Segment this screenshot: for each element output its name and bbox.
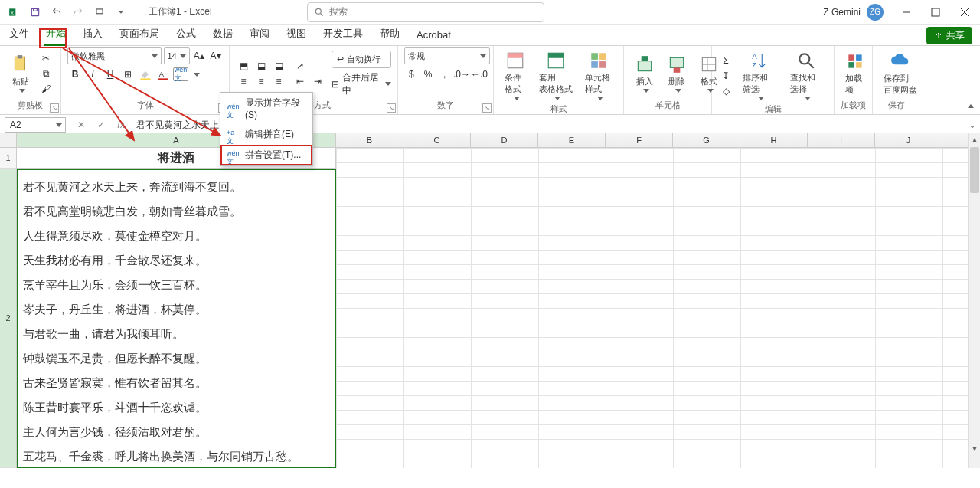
row-header-2[interactable]: 2 bbox=[0, 169, 16, 468]
confirm-formula-icon[interactable]: ✓ bbox=[93, 118, 109, 132]
tab-view[interactable]: 视图 bbox=[285, 24, 308, 45]
comma-format-icon[interactable]: , bbox=[437, 67, 452, 81]
column-header-B[interactable]: B bbox=[336, 133, 403, 147]
decrease-font-icon[interactable]: A▾ bbox=[208, 49, 223, 63]
sort-filter-icon: AZ bbox=[750, 51, 769, 70]
close-icon[interactable] bbox=[954, 2, 975, 23]
format-painter-icon[interactable]: 🖌 bbox=[38, 82, 54, 96]
cells-area[interactable]: 将进酒 君不见黄河之水天上来，奔流到海不复回。 君不见高堂明镜悲白发，朝如青丝暮… bbox=[17, 148, 980, 468]
save-icon[interactable] bbox=[26, 3, 44, 21]
search-box[interactable]: 搜索 bbox=[307, 2, 544, 22]
pinyin-settings[interactable]: wén文 拼音设置(T)... bbox=[220, 145, 312, 165]
row-header-1[interactable]: 1 bbox=[0, 148, 16, 169]
bold-icon[interactable]: B bbox=[67, 67, 83, 81]
share-button[interactable]: 共享 bbox=[926, 27, 972, 44]
addin-button[interactable]: 加载项 bbox=[841, 48, 870, 99]
cell-a2[interactable]: 君不见黄河之水天上来，奔流到海不复回。 君不见高堂明镜悲白发，朝如青丝暮成雪。 … bbox=[17, 169, 336, 468]
scroll-thumb[interactable] bbox=[970, 147, 979, 193]
delete-cells-button[interactable]: 删除 bbox=[662, 51, 691, 96]
number-format-combo[interactable]: 常规 bbox=[404, 47, 490, 64]
undo-icon[interactable] bbox=[47, 3, 66, 21]
fill-color-icon[interactable] bbox=[138, 67, 153, 81]
tab-data[interactable]: 数据 bbox=[211, 24, 234, 45]
font-color-icon[interactable]: A bbox=[155, 67, 171, 81]
name-box[interactable]: A2 bbox=[5, 117, 66, 133]
decrease-indent-icon[interactable]: ⇤ bbox=[292, 74, 308, 88]
pinyin-edit[interactable]: +a文 编辑拼音(E) bbox=[220, 124, 312, 145]
pinyin-show-field[interactable]: wén文 显示拼音字段(S) bbox=[220, 93, 312, 124]
font-size-combo[interactable]: 14 bbox=[164, 47, 190, 64]
copy-icon[interactable]: ⧉ bbox=[38, 67, 54, 80]
fill-icon[interactable]: ↧ bbox=[718, 69, 733, 83]
column-header-F[interactable]: F bbox=[606, 133, 673, 147]
tab-help[interactable]: 帮助 bbox=[378, 24, 401, 45]
border-icon[interactable]: ⊞ bbox=[120, 67, 136, 81]
maximize-icon[interactable] bbox=[925, 2, 946, 23]
user-account[interactable]: Z Gemini ZG bbox=[823, 4, 884, 21]
tab-acrobat[interactable]: Acrobat bbox=[415, 26, 452, 45]
align-left-icon[interactable]: ≡ bbox=[236, 74, 251, 88]
insert-cells-button[interactable]: 插入 bbox=[630, 51, 659, 96]
user-name: Z Gemini bbox=[823, 7, 861, 18]
collapse-ribbon-icon[interactable] bbox=[965, 100, 977, 113]
clipboard-launcher-icon[interactable]: ↘ bbox=[50, 103, 59, 113]
tab-formulas[interactable]: 公式 bbox=[175, 24, 198, 45]
expand-formula-bar-icon[interactable]: ⌄ bbox=[965, 120, 980, 130]
tab-page-layout[interactable]: 页面布局 bbox=[118, 24, 161, 45]
column-header-G[interactable]: G bbox=[673, 133, 740, 147]
italic-icon[interactable]: I bbox=[85, 67, 100, 81]
accounting-format-icon[interactable]: $ bbox=[404, 67, 419, 81]
increase-decimal-icon[interactable]: .0→ bbox=[454, 67, 469, 81]
orientation-icon[interactable]: ↗ bbox=[292, 59, 308, 73]
minimize-icon[interactable] bbox=[896, 2, 917, 23]
column-header-I[interactable]: I bbox=[808, 133, 875, 147]
conditional-format-button[interactable]: 条件格式 bbox=[500, 47, 531, 103]
svg-rect-4 bbox=[96, 8, 103, 13]
vertical-scrollbar[interactable]: ▴ ▾ bbox=[968, 133, 980, 468]
align-top-icon[interactable]: ⬒ bbox=[236, 59, 251, 73]
align-center-icon[interactable]: ≡ bbox=[253, 74, 269, 88]
align-bottom-icon[interactable]: ⬓ bbox=[271, 59, 286, 73]
clear-icon[interactable]: ◇ bbox=[718, 84, 733, 98]
merge-center-button[interactable]: ⊟ 合并后居中 bbox=[332, 71, 391, 97]
qat-overflow-icon[interactable] bbox=[112, 3, 130, 21]
select-all-corner[interactable] bbox=[0, 133, 17, 147]
paste-button[interactable]: 粘贴 bbox=[6, 51, 35, 96]
autosum-icon[interactable]: Σ bbox=[718, 54, 733, 67]
column-header-E[interactable]: E bbox=[538, 133, 606, 147]
tab-developer[interactable]: 开发工具 bbox=[322, 24, 364, 45]
column-header-D[interactable]: D bbox=[471, 133, 538, 147]
column-header-C[interactable]: C bbox=[403, 133, 471, 147]
column-header-H[interactable]: H bbox=[740, 133, 808, 147]
qat-customize-icon[interactable] bbox=[90, 3, 109, 21]
percent-format-icon[interactable]: % bbox=[421, 67, 436, 81]
find-select-button[interactable]: 查找和选择 bbox=[786, 47, 828, 103]
tab-file[interactable]: 文件 bbox=[8, 24, 31, 45]
format-as-table-button[interactable]: 套用 表格格式 bbox=[534, 47, 577, 103]
fx-icon[interactable]: fx bbox=[113, 118, 129, 132]
align-middle-icon[interactable]: ⬓ bbox=[253, 59, 269, 73]
scroll-up-icon[interactable]: ▴ bbox=[969, 133, 980, 146]
sort-filter-button[interactable]: AZ 排序和筛选 bbox=[738, 47, 781, 103]
tab-review[interactable]: 审阅 bbox=[248, 24, 271, 45]
font-name-combo[interactable]: 微软雅黑 bbox=[67, 47, 162, 64]
tab-insert[interactable]: 插入 bbox=[81, 24, 104, 45]
save-baidu-button[interactable]: 保存到 百度网盘 bbox=[879, 48, 922, 99]
number-launcher-icon[interactable]: ↘ bbox=[482, 103, 492, 113]
cut-icon[interactable]: ✂ bbox=[38, 51, 54, 65]
increase-font-icon[interactable]: A▴ bbox=[192, 49, 207, 63]
column-header-J[interactable]: J bbox=[875, 133, 942, 147]
increase-indent-icon[interactable]: ⇥ bbox=[310, 74, 325, 88]
cancel-formula-icon[interactable]: ✕ bbox=[74, 118, 89, 132]
pinyin-button[interactable]: wén文 bbox=[173, 67, 188, 81]
decrease-decimal-icon[interactable]: ←.0 bbox=[472, 67, 487, 81]
underline-icon[interactable]: U bbox=[103, 67, 118, 81]
scroll-down-icon[interactable]: ▾ bbox=[969, 442, 980, 454]
alignment-launcher-icon[interactable]: ↘ bbox=[387, 103, 396, 113]
cell-styles-button[interactable]: 单元格样式 bbox=[580, 47, 617, 103]
pinyin-dropdown-icon[interactable] bbox=[194, 73, 200, 77]
tab-home[interactable]: 开始 bbox=[44, 23, 67, 46]
align-right-icon[interactable]: ≡ bbox=[271, 74, 286, 88]
wrap-text-button[interactable]: ↩ 自动换行 bbox=[332, 51, 391, 68]
redo-icon[interactable] bbox=[69, 3, 87, 21]
